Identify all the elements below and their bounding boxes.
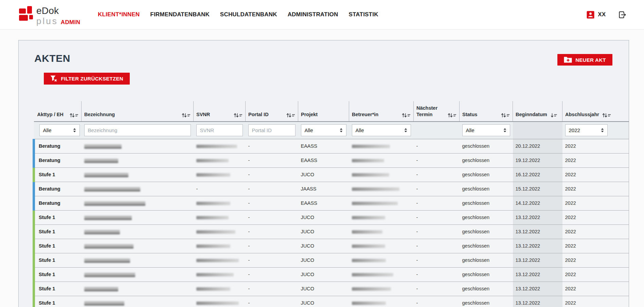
record-link-redacted[interactable] — [84, 258, 130, 263]
cell-akttyp: Stufe 1 — [34, 296, 82, 307]
redacted-text — [196, 287, 230, 291]
table-row: Stufe 1-JUCO-geschlossen13.12.20222022 — [34, 210, 629, 224]
filter-select-status[interactable]: Alle — [462, 124, 510, 136]
table-row: Stufe 1-JUCO-geschlossen13.12.20222022 — [34, 296, 629, 307]
cell-projekt: EAASS — [298, 153, 349, 167]
cell-status: geschlossen — [460, 210, 513, 224]
page-background: AKTEN NEUER AKT FILTER ZURÜCKSETZEN — [0, 30, 644, 307]
cell-svnr — [194, 196, 246, 210]
cell-status: geschlossen — [460, 267, 513, 282]
column-header-abschlussjahr[interactable]: Abschlussjahr — [562, 101, 629, 122]
column-header-termin[interactable]: Nächster Termin — [414, 101, 460, 122]
column-header-akttyp[interactable]: Akttyp / EH — [34, 101, 82, 122]
new-record-button[interactable]: NEUER AKT — [557, 54, 612, 66]
column-label: Bezeichnung — [84, 111, 115, 118]
redacted-text — [352, 145, 390, 148]
column-header-portal_id[interactable]: Portal ID — [246, 101, 298, 122]
cell-portal_id: - — [246, 239, 298, 253]
filter-select-akttyp[interactable]: Alle — [39, 124, 80, 136]
cell-abschlussjahr: 2022 — [562, 253, 629, 267]
sort-icon — [602, 113, 611, 118]
nav-item-administration[interactable]: ADMINISTRATION — [288, 11, 338, 18]
sort-icon — [501, 113, 510, 118]
record-link-redacted[interactable] — [84, 201, 145, 206]
redacted-text — [352, 159, 384, 162]
table-row: Beratung--JAASS-geschlossen15.12.2022202… — [34, 182, 629, 196]
record-link-redacted[interactable] — [84, 244, 133, 249]
filter-select-abschlussjahr[interactable]: 2022 — [565, 124, 608, 136]
cell-termin: - — [414, 196, 460, 210]
cell-termin: - — [414, 139, 460, 153]
edok-logo-icon — [19, 6, 35, 23]
column-label: Abschlussjahr — [565, 111, 599, 118]
nav-item-firmendatenbank[interactable]: FIRMENDATENBANK — [150, 11, 210, 18]
select-caret-icon — [73, 128, 76, 132]
cell-beginndatum: 13.12.2022 — [513, 210, 562, 224]
nav-item-statistik[interactable]: STATISTIK — [349, 11, 378, 18]
column-header-projekt[interactable]: Projekt — [298, 101, 349, 122]
filter-cell-betreuer: Alle — [349, 122, 414, 139]
column-label: Nächster Termin — [416, 105, 437, 118]
cell-bezeichnung — [82, 153, 194, 167]
reset-filter-button[interactable]: FILTER ZURÜCKSETZEN — [44, 73, 130, 85]
filter-input-svnr[interactable] — [196, 124, 243, 136]
record-link-redacted[interactable] — [84, 173, 128, 177]
table-row: Stufe 1-JUCO-geschlossen13.12.20222022 — [34, 267, 629, 282]
cell-akttyp: Stufe 1 — [34, 282, 82, 296]
redacted-text — [352, 245, 385, 248]
cell-abschlussjahr: 2022 — [562, 267, 629, 282]
user-badge-icon[interactable] — [587, 11, 594, 19]
nav-item-schuldatenbank[interactable]: SCHULDATENBANK — [220, 11, 277, 18]
cell-portal_id: - — [246, 153, 298, 167]
cell-portal_id: - — [246, 167, 298, 182]
table-row: Stufe 1-JUCO-geschlossen13.12.20222022 — [34, 239, 629, 253]
redacted-text — [352, 216, 385, 219]
cell-svnr — [194, 224, 246, 239]
cell-abschlussjahr: 2022 — [562, 296, 629, 307]
filter-select-value: Alle — [466, 127, 475, 133]
cell-portal_id: - — [246, 296, 298, 307]
cell-akttyp: Stufe 1 — [34, 210, 82, 224]
column-header-beginndatum[interactable]: Beginndatum — [513, 101, 562, 122]
column-header-bezeichnung[interactable]: Bezeichnung — [82, 101, 194, 122]
cell-status: geschlossen — [460, 182, 513, 196]
cell-bezeichnung — [82, 196, 194, 210]
record-link-redacted[interactable] — [84, 287, 118, 291]
record-link-redacted[interactable] — [84, 301, 124, 306]
cell-bezeichnung — [82, 267, 194, 282]
filter-input-portal_id[interactable] — [248, 124, 296, 136]
select-caret-icon — [340, 128, 343, 132]
column-header-betreuer[interactable]: Betreuer*in — [349, 101, 414, 122]
column-header-status[interactable]: Status — [460, 101, 513, 122]
cell-svnr — [194, 296, 246, 307]
cell-akttyp: Beratung — [34, 196, 82, 210]
record-link-redacted[interactable] — [84, 159, 118, 163]
cell-bezeichnung — [82, 182, 194, 196]
record-link-redacted[interactable] — [84, 273, 135, 277]
column-label: Status — [462, 111, 477, 118]
cell-termin: - — [414, 210, 460, 224]
cell-termin: - — [414, 182, 460, 196]
user-bar: XX — [587, 0, 626, 29]
brand-suffix: plus — [36, 17, 58, 25]
cell-svnr — [194, 210, 246, 224]
cell-akttyp: Beratung — [34, 139, 82, 153]
filter-input-bezeichnung[interactable] — [84, 124, 191, 136]
redacted-text — [196, 145, 237, 148]
cell-beginndatum: 16.12.2022 — [513, 167, 562, 182]
nav-item-klientinnen[interactable]: KLIENT*INNEN — [98, 11, 140, 18]
cell-betreuer — [349, 267, 414, 282]
record-link-redacted[interactable] — [84, 187, 140, 192]
filter-select-projekt[interactable]: Alle — [301, 124, 346, 136]
filter-select-betreuer[interactable]: Alle — [352, 124, 411, 136]
brand-name: eDok — [36, 6, 80, 16]
filter-cell-bezeichnung — [82, 122, 194, 139]
main-nav: KLIENT*INNENFIRMENDATENBANKSCHULDATENBAN… — [98, 0, 378, 29]
column-header-svnr[interactable]: SVNR — [194, 101, 246, 122]
logout-icon[interactable] — [619, 11, 626, 19]
record-link-redacted[interactable] — [84, 216, 132, 220]
record-link-redacted[interactable] — [84, 230, 120, 234]
cell-portal_id: - — [246, 253, 298, 267]
cell-bezeichnung — [82, 282, 194, 296]
record-link-redacted[interactable] — [84, 144, 122, 149]
